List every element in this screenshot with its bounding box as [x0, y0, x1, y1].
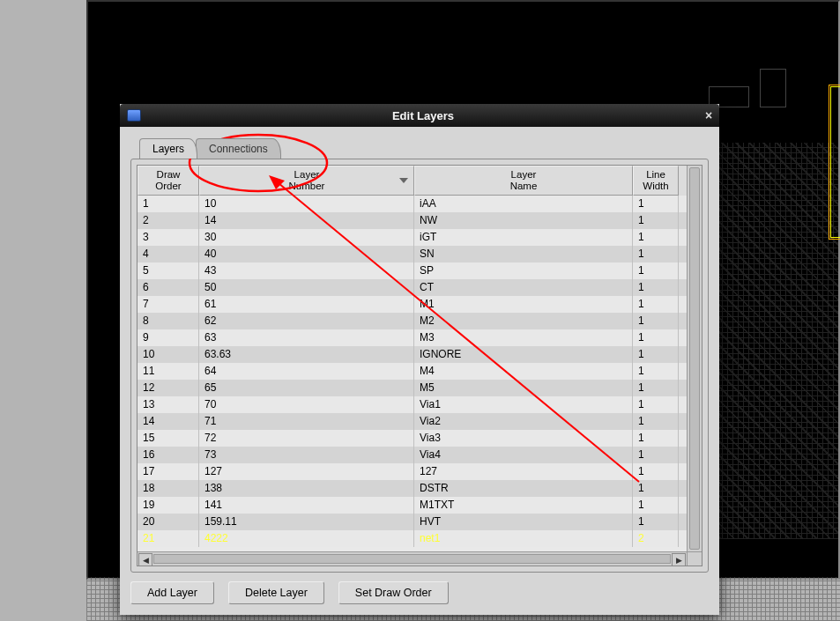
cell-order[interactable]: 19 — [138, 497, 199, 514]
cell-number[interactable]: 4222 — [199, 530, 414, 547]
cell-number[interactable]: 40 — [199, 246, 414, 262]
table-row[interactable]: 650CT1 — [138, 279, 687, 296]
cell-width[interactable]: 1 — [633, 480, 679, 497]
cell-width[interactable]: 1 — [633, 497, 679, 514]
table-row[interactable]: 330iGT1 — [138, 229, 687, 246]
cell-width[interactable]: 1 — [633, 430, 679, 447]
cell-name[interactable]: Via4 — [414, 447, 633, 463]
table-row[interactable]: 214NW1 — [138, 212, 687, 229]
tab-connections[interactable]: Connections — [196, 138, 281, 159]
cell-width[interactable]: 1 — [633, 380, 679, 396]
scroll-left-icon[interactable]: ◀ — [138, 553, 152, 566]
cell-number[interactable]: 50 — [199, 279, 414, 296]
cell-width[interactable]: 1 — [633, 279, 679, 296]
cell-order[interactable]: 14 — [138, 413, 199, 430]
cell-order[interactable]: 16 — [138, 447, 199, 463]
cell-order[interactable]: 7 — [138, 296, 199, 313]
scrollbar-thumb[interactable] — [153, 554, 671, 564]
cell-width[interactable]: 1 — [633, 212, 679, 229]
cell-order[interactable]: 18 — [138, 480, 199, 497]
cell-name[interactable]: SN — [414, 246, 633, 262]
table-row[interactable]: 963M31 — [138, 329, 687, 346]
cell-number[interactable]: 71 — [199, 413, 414, 430]
table-row[interactable]: 440SN1 — [138, 246, 687, 262]
cell-width[interactable]: 1 — [633, 196, 679, 212]
cell-order[interactable]: 9 — [138, 329, 199, 346]
table-row[interactable]: 19141M1TXT1 — [138, 497, 687, 514]
column-header-draw-order[interactable]: DrawOrder — [138, 166, 199, 196]
table-row[interactable]: 1572Via31 — [138, 430, 687, 447]
cell-number[interactable]: 70 — [199, 396, 414, 413]
table-row[interactable]: 543SP1 — [138, 262, 687, 279]
cell-number[interactable]: 63.63 — [199, 346, 414, 363]
cell-width[interactable]: 1 — [633, 229, 679, 246]
cell-name[interactable]: M1TXT — [414, 497, 633, 514]
cell-order[interactable]: 13 — [138, 396, 199, 413]
cell-number[interactable]: 30 — [199, 229, 414, 246]
cell-order[interactable]: 17 — [138, 463, 199, 480]
table-row[interactable]: 1471Via21 — [138, 413, 687, 430]
cell-order[interactable]: 2 — [138, 212, 199, 229]
cell-number[interactable]: 61 — [199, 296, 414, 313]
cell-name[interactable]: iAA — [414, 196, 633, 212]
cell-order[interactable]: 6 — [138, 279, 199, 296]
vertical-scrollbar[interactable] — [687, 166, 702, 551]
dialog-titlebar[interactable]: Edit Layers × — [120, 104, 719, 127]
cell-name[interactable]: M2 — [414, 313, 633, 329]
cell-width[interactable]: 1 — [633, 262, 679, 279]
cell-name[interactable]: CT — [414, 279, 633, 296]
cell-order[interactable]: 12 — [138, 380, 199, 396]
cell-order[interactable]: 20 — [138, 514, 199, 530]
cell-name[interactable]: Via3 — [414, 430, 633, 447]
cell-width[interactable]: 1 — [633, 246, 679, 262]
table-row[interactable]: 761M11 — [138, 296, 687, 313]
cell-width[interactable]: 1 — [633, 413, 679, 430]
cell-number[interactable]: 62 — [199, 313, 414, 329]
delete-layer-button[interactable]: Delete Layer — [228, 581, 324, 604]
cell-width[interactable]: 2 — [633, 530, 679, 547]
cell-name[interactable]: Via2 — [414, 413, 633, 430]
column-header-layer-name[interactable]: LayerName — [414, 166, 633, 196]
set-draw-order-button[interactable]: Set Draw Order — [338, 581, 449, 604]
cell-name[interactable]: M4 — [414, 363, 633, 380]
cell-name[interactable]: HVT — [414, 514, 633, 530]
cell-number[interactable]: 14 — [199, 212, 414, 229]
cell-width[interactable]: 1 — [633, 296, 679, 313]
table-row[interactable]: 18138DSTR1 — [138, 480, 687, 497]
table-row[interactable]: 1265M51 — [138, 380, 687, 396]
cell-width[interactable]: 1 — [633, 514, 679, 530]
cell-order[interactable]: 11 — [138, 363, 199, 380]
table-row[interactable]: 171271271 — [138, 463, 687, 480]
cell-name[interactable]: DSTR — [414, 480, 633, 497]
cell-name[interactable]: 127 — [414, 463, 633, 480]
cell-number[interactable]: 127 — [199, 463, 414, 480]
cell-width[interactable]: 1 — [633, 363, 679, 380]
cell-order[interactable]: 3 — [138, 229, 199, 246]
cell-order[interactable]: 5 — [138, 262, 199, 279]
cell-number[interactable]: 73 — [199, 447, 414, 463]
cell-name[interactable]: NW — [414, 212, 633, 229]
cell-number[interactable]: 64 — [199, 363, 414, 380]
cell-name[interactable]: M3 — [414, 329, 633, 346]
cell-order[interactable]: 15 — [138, 430, 199, 447]
column-header-line-width[interactable]: LineWidth — [633, 166, 679, 196]
cell-name[interactable]: SP — [414, 262, 633, 279]
cell-number[interactable]: 159.11 — [199, 514, 414, 530]
add-layer-button[interactable]: Add Layer — [130, 581, 214, 604]
tab-layers[interactable]: Layers — [139, 138, 197, 159]
table-row[interactable]: 1063.63IGNORE1 — [138, 346, 687, 363]
table-row[interactable]: 1164M41 — [138, 363, 687, 380]
cell-width[interactable]: 1 — [633, 396, 679, 413]
cell-number[interactable]: 43 — [199, 262, 414, 279]
cell-number[interactable]: 72 — [199, 430, 414, 447]
cell-order[interactable]: 4 — [138, 246, 199, 262]
table-row[interactable]: 110iAA1 — [138, 196, 687, 212]
scroll-right-icon[interactable]: ▶ — [672, 553, 686, 566]
table-row[interactable]: 214222net12 — [138, 530, 687, 547]
cell-name[interactable]: M1 — [414, 296, 633, 313]
cell-width[interactable]: 1 — [633, 447, 679, 463]
table-row[interactable]: 1673Via41 — [138, 447, 687, 463]
scrollbar-thumb[interactable] — [689, 167, 700, 550]
cell-order[interactable]: 21 — [138, 530, 199, 547]
cell-number[interactable]: 10 — [199, 196, 414, 212]
